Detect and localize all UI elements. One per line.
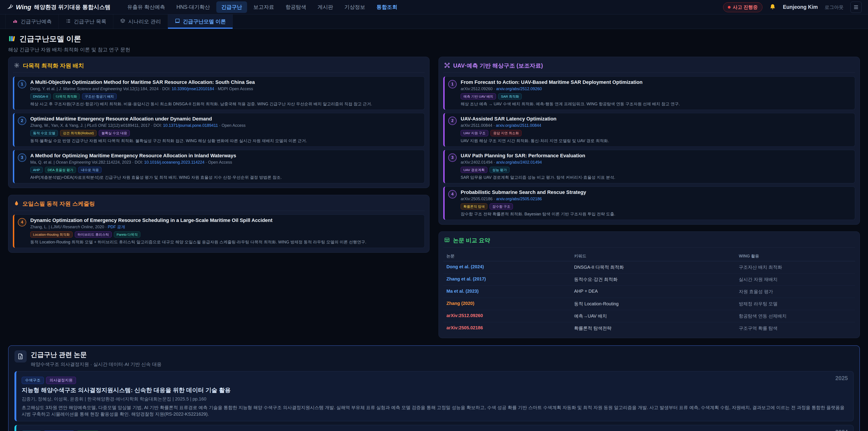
paper-link[interactable]: 10.3390/jmse12010184 — [172, 87, 214, 91]
nav-item[interactable]: 보고자료 — [248, 1, 279, 13]
paper-number-badge: 2 — [448, 117, 457, 125]
hamburger-icon — [853, 4, 859, 10]
tag-list: 동적 수요 모델강건 최적화(Robust)불확실 수요 대응 — [30, 130, 307, 136]
panel-header: 논문 비교 요약 — [443, 235, 855, 247]
paper-card: 3 A Method for Optimizing Maritime Emerg… — [13, 150, 425, 183]
paper-title: A Method for Optimizing Maritime Emergen… — [30, 153, 282, 159]
chart-icon — [12, 18, 18, 25]
tab-bar: 긴급구난예측 긴급구난 목록 시나리오 관리 긴급구난모델 이론 — [0, 14, 868, 29]
comparison-paper-link[interactable]: Zhang (2020) — [446, 301, 474, 306]
tab-scenario-management[interactable]: 시나리오 관리 — [113, 14, 168, 29]
paper-description: 해상 사고 후 구조자원(구조선·항공기) 배치 최적화. 비용·응답시간 동시… — [30, 101, 372, 107]
panel-header: 다목적 최적화 자원 배치 — [13, 61, 425, 73]
tag-chip: SAR 최적화 — [498, 93, 522, 100]
paper-link[interactable]: PDF 공개 — [108, 225, 125, 229]
paper-meta: Zhang, L. | LJMU Research Online, 2020 ·… — [30, 224, 366, 229]
comparison-paper-link[interactable]: Dong et al. (2024) — [446, 264, 484, 269]
comparison-keywords: 동적수요·강건 최적화 — [571, 274, 736, 286]
tag-list: 수색구조의사결정지원 — [22, 377, 76, 384]
nav-item[interactable]: 긴급구난 — [216, 1, 247, 13]
comparison-row: Zhang (2020) 동적 Location-Routing 방제정 라우팅… — [443, 298, 855, 310]
publication-year: 2025 — [835, 375, 848, 381]
journal-name: Ocean Engineering — [56, 160, 91, 164]
tag-chip: 수색구조 — [22, 377, 44, 384]
comparison-row: Zhang et al. (2017) 동적수요·강건 최적화 실시간 자원 재… — [443, 274, 855, 286]
nav-item[interactable]: 통합조회 — [372, 1, 402, 13]
tag-list: 예측 기반 UAV 배치SAR 최적화 — [461, 93, 680, 100]
table-icon — [444, 237, 450, 244]
paper-link[interactable]: arxiv.org/abs/2402.01494 — [496, 160, 542, 164]
tag-list: AHPDEA 효율성 평가내수로 적용 — [30, 167, 282, 173]
nav-item[interactable]: HNS·대기확산 — [171, 1, 215, 13]
main-nav: 유출유 확산예측 HNS·대기확산 긴급구난 보고자료 항공탐색 게시판 기상정… — [122, 1, 402, 13]
nav-item[interactable]: 기상정보 — [340, 1, 370, 13]
comparison-keywords: DNSGA-II 다목적 최적화 — [571, 261, 736, 274]
comparison-paper-link[interactable]: Zhang et al. (2017) — [446, 276, 486, 281]
alert-label: 사고 진행중 — [733, 4, 758, 10]
right-column: UAV·예측 기반 해상구조 (보조자료) 1 From Forecast to… — [438, 57, 860, 345]
tag-chip: DNSGA-II — [30, 93, 51, 100]
paper-number-badge: 3 — [448, 153, 457, 162]
tag-chip: Pareto 다목적 — [114, 232, 141, 238]
comparison-usage: 방제정 라우팅 모델 — [736, 298, 855, 310]
paper-link[interactable]: 10.1371/journal.pone.0189411 — [163, 123, 218, 128]
paper-card: 1 From Forecast to Action: UAV-Based Mar… — [443, 76, 855, 110]
incident-status-badge[interactable]: 사고 진행중 — [723, 2, 763, 12]
topbar-right: 사고 진행중 Eunjeong Kim 로그아웃 — [723, 2, 862, 13]
comparison-table: 논문 키워드 WING 활용 Dong et al. (2024) DNSGA-… — [443, 251, 855, 334]
nav-item[interactable]: 유출유 확산예측 — [122, 1, 170, 13]
panel-header: 오일스필 동적 자원 스케줄링 — [13, 199, 425, 211]
logout-button[interactable]: 로그아웃 — [825, 4, 844, 10]
comparison-keywords: 확률론적 탐색전략 — [571, 322, 736, 335]
paper-description: 잠수함 구조 전략 확률론적 최적화. Bayesian 탐색 이론 기반 구조… — [461, 211, 615, 217]
tab-rescue-list[interactable]: 긴급구난 목록 — [59, 14, 113, 29]
comparison-row: Dong et al. (2024) DNSGA-II 다목적 최적화 구조자산… — [443, 261, 855, 274]
tag-chip: 다목적 최적화 — [53, 93, 80, 100]
related-paper-title[interactable]: 지능형 해양수색구조 의사결정지원시스템: 신속한 대응을 위한 데이터 기술 … — [22, 386, 848, 394]
column-header: WING 활용 — [736, 251, 855, 261]
paper-link[interactable]: arxiv.org/abs/2512.09260 — [496, 87, 542, 91]
paper-meta: arXiv:2402.01494 · arxiv.org/abs/2402.01… — [461, 160, 615, 165]
paper-list: 1 A Multi-Objective Optimization Method … — [13, 76, 425, 183]
related-paper-card: 수색구조의사결정지원 2025 지능형 해양수색구조 의사결정지원시스템: 신속… — [14, 371, 854, 421]
comparison-paper-link[interactable]: arXiv:2505.02186 — [446, 325, 483, 330]
tag-chip: 잠수함 구조 — [490, 204, 513, 210]
tag-chip: Location-Routing 최적화 — [30, 232, 72, 238]
comparison-paper-link[interactable]: Ma et al. (2023) — [446, 288, 478, 294]
paper-description: 동적 Location-Routing 최적화 모델 + 하이브리드 휴리스틱 … — [30, 239, 366, 245]
hamburger-menu-button[interactable] — [850, 2, 862, 13]
comparison-row: arXiv:2512.09260 예측→UAV 배치 항공탐색 연동 선제배치 — [443, 310, 855, 322]
paper-link[interactable]: arxiv.org/abs/2505.02186 — [496, 196, 542, 201]
topbar: Wing 해양환경 위기대응 통합시스템 유출유 확산예측 HNS·대기확산 긴… — [0, 0, 868, 14]
comparison-paper-link[interactable]: arXiv:2512.09260 — [446, 313, 483, 318]
drone-icon — [444, 62, 450, 69]
nav-item[interactable]: 게시판 — [313, 1, 338, 13]
column-header: 키워드 — [571, 251, 736, 261]
tag-chip: DEA 효율성 평가 — [45, 167, 76, 173]
tag-chip: 불확실 수요 대응 — [99, 130, 130, 136]
paper-description: AHP(계층분석법)+DEA(자료포락분석)로 긴급구난 자원 효율성 평가 및… — [30, 175, 282, 180]
related-paper-abstract: 초고해상도 3차원 연안 해양예측모델, 다중모델 앙상블 기법, AI 기반 … — [22, 404, 848, 418]
tag-list: UAV 지원 구조응답 지연 최소화 — [461, 130, 609, 136]
paper-description: SAR 임무용 UAV 경로계획 알고리즘 성능 비교 평가. 탐색 커버리지·… — [461, 175, 615, 180]
paper-card: 2 Optimized Maritime Emergency Resource … — [13, 113, 425, 147]
paper-description: 해상 조난 예측 → UAV 수색 배치 최적화. 예측-행동 연계 프레임워크… — [461, 101, 680, 107]
page-title: 긴급구난모델 이론 — [20, 34, 81, 44]
tag-chip: UAV 경로계획 — [461, 167, 487, 173]
paper-link[interactable]: 10.1016/j.oceaneng.2023.114224 — [144, 160, 205, 164]
paper-title: UAV-Assisted SAR Latency Optimization — [461, 116, 609, 122]
nav-item[interactable]: 항공탐색 — [281, 1, 311, 13]
tab-rescue-forecast[interactable]: 긴급구난예측 — [5, 14, 59, 29]
bell-icon[interactable] — [769, 3, 776, 11]
journal-name: LJMU Research Online — [51, 225, 93, 229]
tag-chip: 내수로 적용 — [78, 167, 101, 173]
content-grid: 다목적 최적화 자원 배치 1 A Multi-Objective Optimi… — [0, 57, 868, 345]
tag-chip: 구조선·항공기 배치 — [82, 93, 117, 100]
comparison-usage: 항공탐색 연동 선제배치 — [736, 310, 855, 322]
journal-name: J. Marine Science and Engineering — [59, 87, 122, 91]
panel-header: UAV·예측 기반 해상구조 (보조자료) — [443, 61, 855, 73]
logo-text: Wing — [16, 4, 31, 11]
paper-link[interactable]: arxiv.org/abs/2511.00844 — [496, 123, 541, 128]
tab-rescue-model-theory[interactable]: 긴급구난모델 이론 — [168, 14, 233, 29]
brand-logo[interactable]: Wing 해양환경 위기대응 통합시스템 — [6, 3, 111, 11]
